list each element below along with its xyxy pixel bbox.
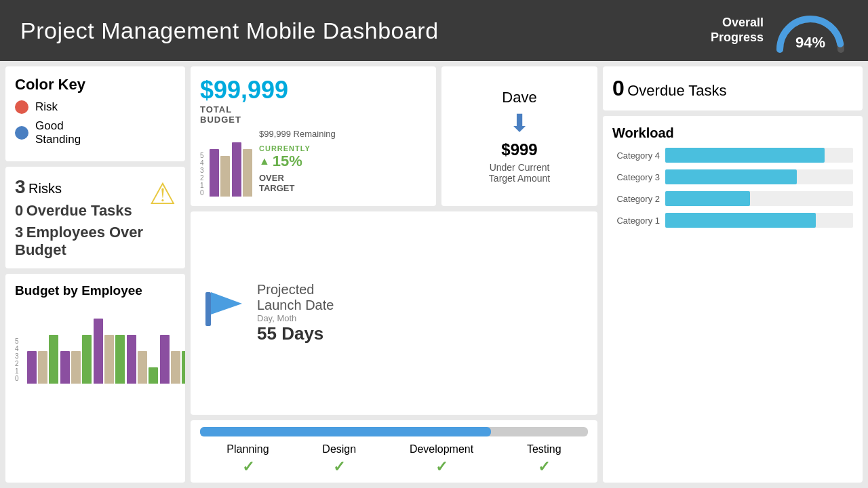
budget-employee-title: Budget by Employee bbox=[15, 283, 176, 298]
over-budget-label: Employees Over Budget bbox=[15, 224, 143, 258]
phase-testing-check: ✓ bbox=[538, 458, 550, 476]
bar-segment bbox=[138, 351, 147, 384]
flag-icon bbox=[200, 289, 248, 338]
workload-card: Workload Category 4 Category 3 Category … bbox=[603, 116, 863, 483]
phase-design-label: Design bbox=[322, 443, 356, 455]
page-title: Project Management Mobile Dashboard bbox=[20, 18, 439, 44]
svg-marker-1 bbox=[211, 292, 242, 314]
mini-bars bbox=[210, 129, 252, 197]
launch-date: Day, Moth bbox=[257, 313, 334, 323]
bar-segment bbox=[149, 367, 158, 384]
dave-arrow-icon: ⬇ bbox=[509, 109, 530, 138]
phase-testing-label: Testing bbox=[527, 443, 561, 455]
workload-row-cat2: Category 2 bbox=[612, 191, 853, 206]
phase-planning-check: ✓ bbox=[242, 458, 254, 476]
risks-over-budget: 3 Employees Over Budget bbox=[15, 224, 149, 259]
bar-segment bbox=[104, 335, 114, 384]
bar-segment bbox=[49, 335, 58, 384]
risks-card: 3 Risks 0 Overdue Tasks 3 Employees Over… bbox=[5, 167, 185, 268]
header: Project Management Mobile Dashboard Over… bbox=[0, 0, 868, 61]
risks-label: Risks bbox=[28, 181, 62, 196]
risks-summary: 3 Risks 0 Overdue Tasks 3 Employees Over… bbox=[15, 176, 149, 259]
workload-bar-fill-3 bbox=[665, 169, 797, 184]
overdue-tasks-count: 0 bbox=[612, 76, 625, 100]
bar-segment bbox=[82, 335, 92, 384]
over-budget-count: 3 bbox=[15, 224, 23, 241]
over-target: OVERTARGET bbox=[259, 173, 427, 193]
mini-y-axis: 0 1 2 3 4 5 bbox=[200, 152, 208, 197]
color-key-item-risk: Risk bbox=[15, 100, 176, 114]
total-budget-card: $99,999 TOTALBUDGET 0 1 2 3 4 5 bbox=[191, 66, 436, 206]
phase-planning-label: Planning bbox=[226, 443, 269, 455]
good-label: GoodStanding bbox=[35, 119, 81, 146]
risk-label: Risk bbox=[35, 100, 58, 114]
y-axis: 012345 bbox=[15, 338, 24, 384]
bar-group bbox=[94, 319, 125, 384]
risks-top: 3 Risks 0 Overdue Tasks 3 Employees Over… bbox=[15, 176, 176, 259]
launch-title: ProjectedLaunch Date bbox=[257, 282, 334, 313]
bar-group bbox=[60, 335, 92, 384]
bar-segment bbox=[60, 351, 70, 384]
phases-list: Planning ✓ Design ✓ Development ✓ Testin… bbox=[200, 443, 588, 476]
middle-column: $99,999 TOTALBUDGET 0 1 2 3 4 5 bbox=[191, 66, 597, 483]
dave-name: Dave bbox=[502, 89, 536, 106]
left-column: Color Key Risk GoodStanding 3 Risks 0 Ov… bbox=[5, 66, 185, 483]
workload-cat1-label: Category 1 bbox=[612, 216, 660, 226]
risk-dot bbox=[15, 100, 28, 114]
phase-planning: Planning ✓ bbox=[226, 443, 269, 476]
budget-employee-card: Budget by Employee 012345 Total budget bbox=[5, 274, 185, 483]
workload-row-cat3: Category 3 bbox=[612, 169, 853, 184]
bar-segment bbox=[38, 351, 47, 384]
mini-bar-group-2 bbox=[232, 142, 252, 197]
dave-sub: Under CurrentTarget Amount bbox=[489, 162, 550, 184]
overdue-label: Overdue Tasks bbox=[26, 202, 132, 219]
workload-cat4-label: Category 4 bbox=[612, 150, 660, 161]
bars-area bbox=[27, 319, 185, 384]
gauge-chart: 94% bbox=[773, 9, 848, 53]
currently-pct: ▲ 15% bbox=[259, 152, 427, 170]
workload-row-cat1: Category 1 bbox=[612, 213, 853, 228]
bar-segment bbox=[182, 351, 185, 384]
risks-count: 3 bbox=[15, 176, 26, 197]
bar-group bbox=[127, 335, 158, 384]
launch-card: ProjectedLaunch Date Day, Moth 55 Days bbox=[191, 211, 597, 415]
overdue-tasks-label: Overdue Tasks bbox=[627, 82, 726, 99]
warning-icon: ⚠ bbox=[149, 176, 176, 211]
dave-card: Dave ⬇ $999 Under CurrentTarget Amount bbox=[441, 66, 597, 206]
budget-amount-block: $99,999 TOTALBUDGET bbox=[200, 76, 288, 125]
bar-segment bbox=[127, 335, 136, 384]
workload-cat2-label: Category 2 bbox=[612, 194, 660, 204]
budget-remaining: $99,999 Remaining bbox=[259, 129, 427, 139]
up-arrow: ▲ bbox=[259, 155, 270, 167]
budget-main-label: TOTALBUDGET bbox=[200, 104, 288, 125]
workload-row-cat4: Category 4 bbox=[612, 148, 853, 163]
launch-text: ProjectedLaunch Date Day, Moth 55 Days bbox=[257, 282, 334, 344]
workload-bar-track-4 bbox=[665, 148, 853, 163]
workload-cat3-label: Category 3 bbox=[612, 172, 660, 182]
budget-header: $99,999 TOTALBUDGET bbox=[200, 76, 427, 125]
overdue-tasks-card: 0 Overdue Tasks bbox=[603, 66, 863, 110]
workload-title: Workload bbox=[612, 125, 853, 141]
bar-tan-1 bbox=[220, 156, 230, 197]
color-key-title: Color Key bbox=[15, 76, 176, 94]
workload-bar-track-2 bbox=[665, 191, 853, 206]
main-grid: Color Key Risk GoodStanding 3 Risks 0 Ov… bbox=[0, 61, 868, 488]
currently-label: CURRENTLY bbox=[259, 144, 427, 152]
right-column: 0 Overdue Tasks Workload Category 4 Cate… bbox=[603, 66, 863, 483]
budget-chart-layout: 012345 Total budget Target Amount Used bbox=[15, 302, 176, 384]
gauge-percent: 94% bbox=[773, 34, 848, 52]
phase-design-check: ✓ bbox=[333, 458, 345, 476]
phase-development-check: ✓ bbox=[435, 458, 448, 476]
middle-top-row: $99,999 TOTALBUDGET 0 1 2 3 4 5 bbox=[191, 66, 597, 206]
bar-group bbox=[27, 335, 58, 384]
bar-tan-2 bbox=[243, 149, 252, 197]
phase-testing: Testing ✓ bbox=[527, 443, 561, 476]
bar-purple-1 bbox=[210, 149, 219, 197]
bar-segment bbox=[27, 351, 37, 384]
phase-design: Design ✓ bbox=[322, 443, 356, 476]
bar-segment bbox=[171, 351, 180, 384]
workload-bar-fill-4 bbox=[665, 148, 825, 163]
bar-purple-2 bbox=[232, 142, 241, 197]
bar-group bbox=[160, 335, 185, 384]
budget-chart: 012345 bbox=[15, 302, 185, 384]
